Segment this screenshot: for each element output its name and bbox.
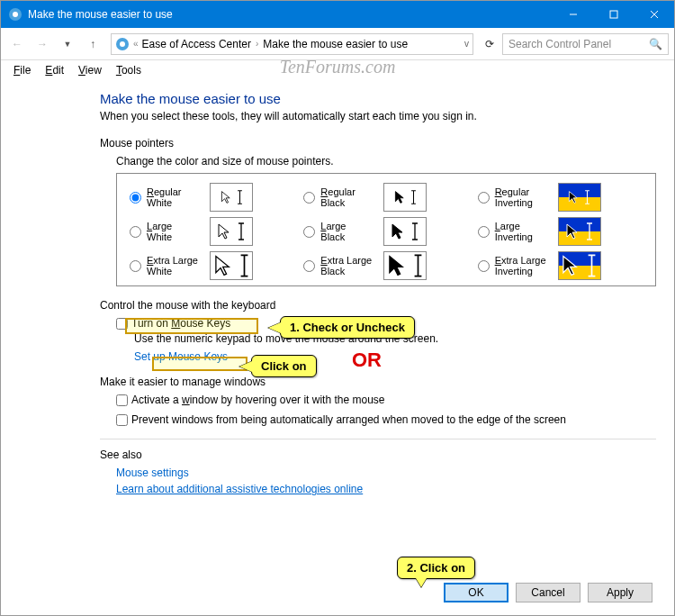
setup-mousekeys-link[interactable]: Set up Mouse Keys [134, 350, 656, 363]
breadcrumb-a[interactable]: Ease of Access Center [142, 38, 251, 50]
pointer-label: RegularBlack [320, 186, 378, 208]
pointer-option[interactable]: Extra LargeInverting [478, 251, 643, 280]
pointer-label: Extra LargeInverting [495, 255, 553, 276]
apply-button[interactable]: Apply [588, 583, 652, 602]
search-placeholder: Search Control Panel [508, 38, 611, 50]
search-icon[interactable]: 🔍 [649, 38, 662, 50]
pointer-preview [210, 183, 253, 212]
assistive-tech-link[interactable]: Learn about additional assistive technol… [116, 483, 656, 495]
pointer-preview [210, 217, 253, 246]
windows-label: Make it easier to manage windows [100, 376, 656, 388]
pointer-label: Extra LargeBlack [320, 255, 378, 276]
maximize-button[interactable] [593, 1, 634, 28]
pointer-option[interactable]: RegularWhite [130, 183, 294, 212]
pointer-option[interactable]: Extra LargeBlack [303, 251, 468, 280]
pointer-preview [383, 183, 427, 212]
or-text: OR [352, 349, 382, 372]
pointer-preview [383, 217, 427, 246]
pointer-label: Extra LargeWhite [147, 255, 204, 276]
pointer-label: LargeBlack [320, 221, 378, 242]
mousekeys-label: Turn on Mouse Keys [131, 317, 230, 330]
pointer-radio[interactable] [303, 226, 315, 238]
divider [100, 439, 656, 439]
pointer-radio[interactable] [130, 226, 141, 238]
svg-point-7 [120, 41, 125, 47]
pointer-radio[interactable] [130, 192, 141, 204]
pointer-radio[interactable] [303, 260, 315, 272]
dialog-buttons: OK Cancel Apply [444, 583, 652, 602]
pointer-radio[interactable] [478, 192, 490, 204]
search-input[interactable]: Search Control Panel 🔍 [502, 33, 669, 55]
pointer-preview [558, 217, 601, 246]
pointer-label: RegularWhite [147, 186, 204, 208]
pointer-option[interactable]: RegularInverting [478, 183, 643, 212]
pointer-label: RegularInverting [495, 186, 553, 208]
recent-dropdown[interactable]: ▼ [57, 33, 78, 55]
pointer-option[interactable]: LargeInverting [478, 217, 643, 246]
page-heading: Make the mouse easier to use [100, 91, 656, 106]
breadcrumb-dropdown[interactable]: v [464, 39, 469, 49]
control-panel-icon [115, 37, 130, 51]
callout-check: 1. Check or Uncheck [280, 316, 415, 339]
prevent-arrange-checkbox[interactable] [116, 414, 128, 426]
hover-activate-label: Activate a window by hovering over it wi… [131, 394, 384, 406]
pointer-preview [558, 183, 601, 212]
pointer-preview [210, 251, 253, 280]
mousekeys-checkbox[interactable] [116, 318, 128, 330]
page-subheading: When you select these tools, they will a… [100, 110, 656, 122]
prevent-arrange-label: Prevent windows from being automatically… [131, 413, 566, 426]
control-panel-icon [8, 7, 22, 22]
menubar: File Edit View Tools [1, 60, 674, 80]
breadcrumb-b[interactable]: Make the mouse easier to use [263, 38, 408, 50]
pointer-preview [558, 251, 601, 280]
callout-clicklink: Click on [251, 355, 317, 377]
pointer-option[interactable]: RegularBlack [303, 183, 468, 212]
nav-toolbar: ← → ▼ ↑ « Ease of Access Center › Make t… [1, 28, 674, 60]
pointer-label: LargeWhite [147, 221, 204, 242]
pointer-label: LargeInverting [495, 221, 553, 242]
window-title: Make the mouse easier to use [28, 8, 553, 21]
pointers-label: Mouse pointers [100, 137, 656, 149]
pointer-radio[interactable] [478, 226, 490, 238]
menu-edit[interactable]: Edit [40, 62, 69, 78]
minimize-button[interactable] [553, 1, 593, 28]
pointer-option[interactable]: LargeBlack [303, 217, 468, 246]
forward-button[interactable]: → [32, 33, 53, 55]
up-button[interactable]: ↑ [82, 33, 104, 55]
svg-point-1 [13, 12, 18, 17]
menu-file[interactable]: File [8, 62, 36, 78]
pointer-box: RegularWhite RegularBlack RegularInverti… [116, 173, 656, 286]
pointer-option[interactable]: LargeWhite [130, 217, 294, 246]
callout-ok: 2. Click on [397, 557, 475, 579]
pointer-radio[interactable] [478, 260, 490, 272]
titlebar: Make the mouse easier to use [1, 1, 674, 28]
pointer-option[interactable]: Extra LargeWhite [130, 251, 294, 280]
pointers-desc: Change the color and size of mouse point… [116, 155, 656, 168]
menu-view[interactable]: View [73, 62, 107, 78]
cancel-button[interactable]: Cancel [516, 583, 580, 602]
pointer-radio[interactable] [130, 260, 141, 272]
pointer-radio[interactable] [303, 192, 315, 204]
breadcrumb[interactable]: « Ease of Access Center › Make the mouse… [111, 33, 473, 55]
ok-button[interactable]: OK [444, 583, 508, 602]
pointer-preview [383, 251, 427, 280]
mouse-settings-link[interactable]: Mouse settings [116, 467, 656, 479]
back-button[interactable]: ← [6, 33, 28, 55]
keyboard-label: Control the mouse with the keyboard [100, 299, 656, 312]
seealso-label: See also [100, 448, 656, 461]
close-button[interactable] [634, 1, 674, 28]
menu-tools[interactable]: Tools [111, 62, 147, 78]
hover-activate-checkbox[interactable] [116, 394, 128, 406]
content-area: Make the mouse easier to use When you se… [1, 80, 674, 510]
svg-rect-3 [610, 11, 617, 18]
refresh-button[interactable]: ⟳ [481, 38, 499, 50]
